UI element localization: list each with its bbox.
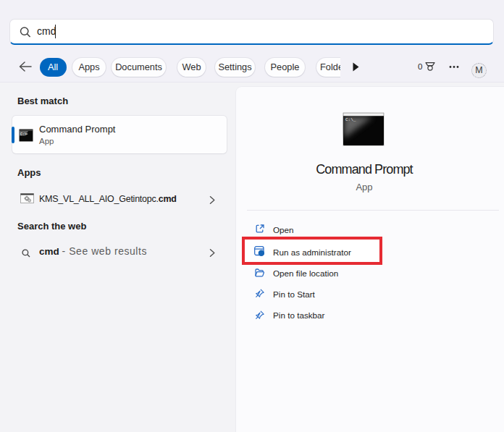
svg-text:C:\: C:\ xyxy=(20,132,27,136)
svg-text:C:\_: C:\_ xyxy=(345,117,356,122)
